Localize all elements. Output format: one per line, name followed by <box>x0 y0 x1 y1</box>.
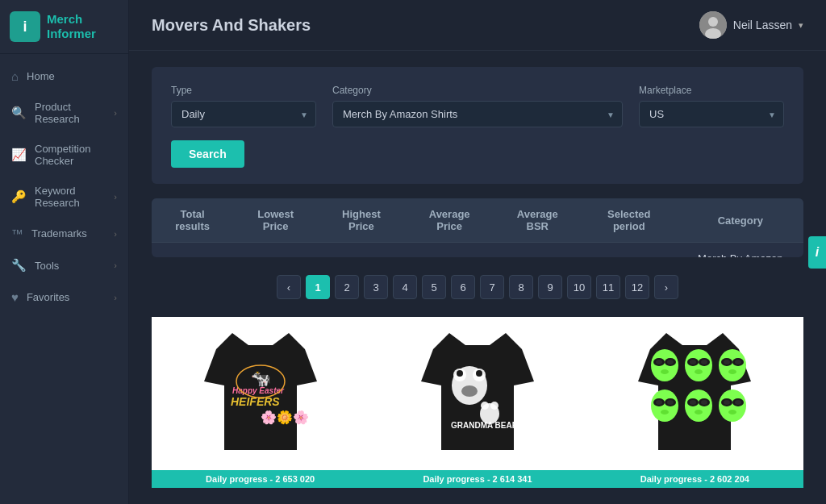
svg-point-26 <box>661 369 669 374</box>
svg-point-36 <box>690 360 696 364</box>
marketplace-select[interactable]: USUKDEFRJP <box>639 101 784 127</box>
sidebar-item-competition-checker[interactable]: 📈 Competition Checker <box>0 134 128 176</box>
sidebar-item-trademarks[interactable]: ™ Trademarks › <box>0 218 128 249</box>
result-cell-5: Daily <box>581 243 678 258</box>
svg-point-13 <box>457 370 463 377</box>
sidebar-nav: ⌂ Home 🔍 Product Research › 📈 Competitio… <box>0 54 128 504</box>
svg-point-15 <box>461 385 478 397</box>
svg-point-48 <box>724 360 730 364</box>
svg-point-31 <box>667 400 674 405</box>
tools-chevron-icon: › <box>114 260 117 270</box>
product-badge-1: Daily progress - 2 614 341 <box>369 470 586 488</box>
sidebar-item-home[interactable]: ⌂ Home <box>0 60 128 92</box>
user-name: Neil Lassen <box>733 19 792 31</box>
logo-text: Merch Informer <box>47 12 119 41</box>
sidebar-label-trademarks: Trademarks <box>31 227 87 240</box>
col-header-highest-price: Highest Price <box>318 198 405 243</box>
sidebar: i Merch Informer ⌂ Home 🔍 Product Resear… <box>0 0 129 504</box>
svg-point-30 <box>656 400 662 405</box>
product-research-chevron-icon: › <box>114 108 117 118</box>
pagination-page-4[interactable]: 4 <box>393 275 417 299</box>
type-label: Type <box>171 85 316 96</box>
product-badge-0: Daily progress - 2 653 020 <box>152 470 369 488</box>
search-button[interactable]: Search <box>171 140 244 168</box>
pagination-page-5[interactable]: 5 <box>422 275 446 299</box>
results-table: Total resultsLowest PriceHighest PriceAv… <box>152 198 803 257</box>
marketplace-select-wrap: USUKDEFRJP <box>639 101 784 127</box>
product-badge-2: Daily progress - 2 602 204 <box>586 470 803 488</box>
category-label: Category <box>332 85 623 96</box>
product-research-icon: 🔍 <box>11 106 27 120</box>
tools-icon: 🔧 <box>11 258 27 273</box>
sidebar-item-product-research[interactable]: 🔍 Product Research › <box>0 92 128 134</box>
col-header-lowest-price: Lowest Price <box>233 198 318 243</box>
pagination-page-11[interactable]: 11 <box>596 275 620 299</box>
svg-point-1 <box>708 17 718 27</box>
main-content: Movers And Shakers Neil Lassen ▾ Type Da… <box>129 0 826 504</box>
user-menu[interactable]: Neil Lassen ▾ <box>699 11 803 39</box>
sidebar-logo[interactable]: i Merch Informer <box>0 0 128 54</box>
svg-point-49 <box>735 360 741 364</box>
pagination-page-10[interactable]: 10 <box>567 275 591 299</box>
user-chevron-icon: ▾ <box>799 20 803 31</box>
result-cell-4: 410 469 <box>494 243 581 258</box>
pagination-page-7[interactable]: 7 <box>480 275 504 299</box>
marketplace-label: Marketplace <box>639 85 784 96</box>
svg-point-39 <box>685 389 712 422</box>
svg-point-50 <box>728 369 736 374</box>
svg-point-42 <box>690 400 696 405</box>
sidebar-label-keyword-research: Keyword Research <box>35 185 114 209</box>
svg-point-37 <box>701 360 707 364</box>
svg-point-54 <box>724 400 730 405</box>
keyword-research-chevron-icon: › <box>114 192 117 202</box>
sidebar-label-product-research: Product Research <box>35 101 114 125</box>
svg-text:🐄: 🐄 <box>251 369 271 388</box>
user-avatar <box>699 11 727 39</box>
pagination-page-6[interactable]: 6 <box>451 275 475 299</box>
favorites-icon: ♥ <box>11 290 19 304</box>
svg-point-56 <box>728 410 736 414</box>
sidebar-item-keyword-research[interactable]: 🔑 Keyword Research › <box>0 176 128 218</box>
result-cell-0: 300 <box>152 243 233 258</box>
result-cell-6: Merch By Amazon Shirts <box>678 243 803 258</box>
product-card-1[interactable]: GRANDMA BEAR Daily progress - 2 614 341 <box>369 317 586 488</box>
result-cell-3: $17.01 <box>405 243 494 258</box>
category-filter-group: Category Merch By Amazon ShirtsMerch By … <box>332 85 623 127</box>
pagination-page-3[interactable]: 3 <box>364 275 388 299</box>
product-image-2 <box>586 317 803 470</box>
svg-point-33 <box>685 349 712 381</box>
info-float-button[interactable]: i <box>808 236 826 269</box>
col-header-average-price: Average Price <box>405 198 494 243</box>
product-grid: Happy Easter HEIFERS 🐄 🌸🌼🌸 Daily progres… <box>152 317 803 488</box>
product-image-1: GRANDMA BEAR <box>369 317 586 470</box>
pagination-page-1[interactable]: 1 <box>306 275 330 299</box>
filter-panel: Type DailyWeeklyMonthly Category Merch B… <box>152 67 803 184</box>
svg-point-17 <box>481 402 489 410</box>
pagination-prev[interactable]: ‹ <box>277 275 301 299</box>
pagination-page-8[interactable]: 8 <box>509 275 533 299</box>
pagination-page-2[interactable]: 2 <box>335 275 359 299</box>
home-icon: ⌂ <box>11 69 19 83</box>
sidebar-item-favorites[interactable]: ♥ Favorites › <box>0 281 128 313</box>
svg-point-24 <box>656 360 662 364</box>
product-card-2[interactable]: Daily progress - 2 602 204 <box>586 317 803 488</box>
trademarks-icon: ™ <box>11 227 23 240</box>
sidebar-item-tools[interactable]: 🔧 Tools › <box>0 249 128 281</box>
product-card-0[interactable]: Happy Easter HEIFERS 🐄 🌸🌼🌸 Daily progres… <box>152 317 369 488</box>
pagination-next[interactable]: › <box>654 275 678 299</box>
svg-point-45 <box>719 349 746 381</box>
svg-point-25 <box>667 360 674 364</box>
sidebar-label-competition-checker: Competition Checker <box>35 143 117 167</box>
category-select[interactable]: Merch By Amazon ShirtsMerch By Amazon Po… <box>332 101 623 127</box>
results-header-row: Total resultsLowest PriceHighest PriceAv… <box>152 198 803 243</box>
pagination-page-9[interactable]: 9 <box>538 275 562 299</box>
pagination-page-12[interactable]: 12 <box>625 275 649 299</box>
svg-point-18 <box>490 402 499 410</box>
type-select[interactable]: DailyWeeklyMonthly <box>171 101 316 127</box>
topbar: Movers And Shakers Neil Lassen ▾ <box>129 0 826 51</box>
logo-icon: i <box>10 11 40 42</box>
result-cell-1: $13.99 <box>233 243 318 258</box>
product-image-0: Happy Easter HEIFERS 🐄 🌸🌼🌸 <box>152 317 369 470</box>
category-select-wrap: Merch By Amazon ShirtsMerch By Amazon Po… <box>332 101 623 127</box>
svg-point-38 <box>695 369 703 374</box>
